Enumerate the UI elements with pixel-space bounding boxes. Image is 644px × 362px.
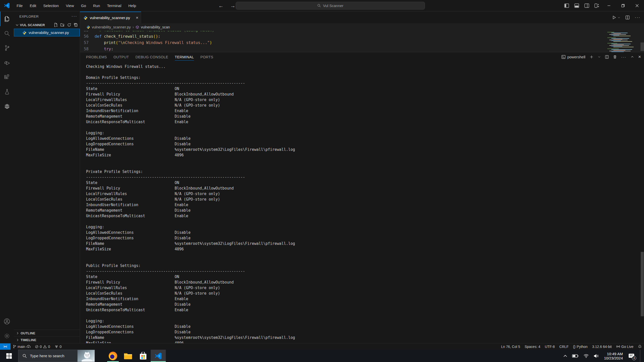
run-debug-icon[interactable] — [0, 55, 14, 70]
eol-status[interactable]: CRLF — [557, 343, 571, 350]
layers-extension-icon[interactable] — [0, 99, 14, 114]
volume-icon[interactable] — [594, 354, 599, 358]
encoding-status[interactable]: UTF-8 — [543, 343, 557, 350]
kill-terminal-icon[interactable] — [613, 55, 617, 59]
forward-icon[interactable]: → — [230, 3, 235, 9]
remote-indicator[interactable]: >< — [0, 343, 11, 350]
workspace-section-header[interactable]: VUL SCANNER — [14, 21, 80, 29]
language-mode[interactable]: {}Python — [571, 343, 590, 350]
broadcast-icon — [616, 345, 620, 348]
timeline-section[interactable]: TIMELINE — [14, 336, 80, 343]
vscode-taskbar-icon — [154, 352, 162, 360]
menu-file[interactable]: File — [14, 2, 26, 9]
notifications-bell-icon[interactable] — [636, 343, 644, 350]
maximize-panel-icon[interactable] — [631, 55, 634, 59]
code-editor[interactable]: 55 # function to check firewall status (… — [80, 31, 644, 52]
menu-run[interactable]: Run — [90, 2, 103, 9]
tab-terminal[interactable]: TERMINAL — [175, 53, 194, 61]
new-folder-icon[interactable] — [60, 23, 65, 27]
back-icon[interactable]: ← — [218, 3, 224, 9]
split-editor-icon[interactable] — [625, 15, 630, 20]
menu-terminal[interactable]: Terminal — [104, 2, 125, 9]
problems-status[interactable]: 0 0 — [33, 343, 52, 350]
taskbar-firefox[interactable] — [105, 350, 120, 362]
git-branch-status[interactable]: main — [11, 343, 33, 350]
collapse-folders-icon[interactable] — [74, 23, 78, 27]
terminal-shell-selector[interactable]: powershell — [561, 55, 585, 59]
settings-gear-icon[interactable] — [0, 329, 14, 343]
testing-icon[interactable] — [0, 84, 14, 99]
python-file-icon — [22, 31, 26, 35]
close-panel-icon[interactable]: × — [638, 54, 641, 60]
tab-vulnerability-scanner[interactable]: vulnerability_scanner.py × — [80, 12, 141, 23]
new-file-icon[interactable] — [54, 23, 58, 27]
activity-bar — [0, 12, 14, 343]
window-controls — [561, 0, 644, 11]
search-sidebar-icon[interactable] — [0, 26, 14, 41]
taskbar-search-box[interactable]: Type here to search — [18, 350, 95, 362]
python-file-icon — [87, 25, 90, 29]
tab-problems[interactable]: PROBLEMS — [86, 53, 107, 61]
run-python-button[interactable] — [612, 15, 620, 20]
start-button[interactable] — [0, 350, 18, 362]
explorer-more-actions-icon[interactable]: ··· — [71, 14, 77, 19]
file-item-vulnerability-scanner[interactable]: vulnerability_scanner.py — [14, 29, 80, 36]
new-terminal-icon[interactable] — [590, 55, 593, 59]
clock[interactable]: 10:49 AM 10/23/2024 — [604, 352, 623, 360]
breadcrumb-file[interactable]: vulnerability_scanner.py — [92, 25, 131, 29]
editor-more-actions-icon[interactable]: ··· — [635, 15, 640, 20]
command-center-search[interactable]: Vul Scanner — [236, 2, 425, 10]
tab-debug-console[interactable]: DEBUG CONSOLE — [135, 53, 168, 61]
customize-layout-icon[interactable] — [592, 0, 602, 11]
battery-icon[interactable] — [572, 354, 579, 358]
explorer-title: EXPLORER — [19, 15, 39, 18]
outline-section[interactable]: OUTLINE — [14, 330, 80, 336]
explorer-icon[interactable] — [0, 12, 14, 26]
source-control-icon[interactable] — [0, 41, 14, 55]
close-tab-icon[interactable]: × — [136, 15, 138, 20]
history-nav: ← → — [218, 0, 235, 11]
radio-tower-icon — [55, 345, 58, 348]
titlebar: File Edit Selection View Go Run Terminal… — [0, 0, 644, 11]
terminal-output[interactable]: Checking Windows Firewall status... Doma… — [80, 61, 644, 343]
cursor-position[interactable]: Ln 76, Col 5 — [499, 343, 522, 350]
run-dropdown-icon[interactable] — [618, 16, 620, 19]
forwarded-ports-status[interactable]: 0 — [52, 343, 64, 350]
restore-button[interactable] — [616, 0, 630, 11]
tab-output[interactable]: OUTPUT — [113, 53, 129, 61]
menu-selection[interactable]: Selection — [40, 2, 62, 9]
split-terminal-icon[interactable] — [605, 55, 609, 59]
menu-go[interactable]: Go — [78, 2, 89, 9]
python-interpreter[interactable]: 3.12.6 64-bit — [590, 343, 614, 350]
terminal-scrollbar[interactable] — [641, 252, 644, 316]
menu-help[interactable]: Help — [125, 2, 139, 9]
panel-more-actions-icon[interactable]: ··· — [621, 55, 626, 59]
indentation-status[interactable]: Spaces: 4 — [522, 343, 542, 350]
taskbar-vscode[interactable] — [151, 350, 166, 362]
taskbar-file-explorer[interactable] — [120, 350, 136, 362]
search-highlight-image[interactable] — [77, 350, 95, 362]
toggle-sidebar-icon[interactable] — [561, 0, 572, 11]
extensions-icon[interactable] — [0, 70, 14, 84]
accounts-icon[interactable] — [0, 314, 14, 329]
status-bar: >< main 0 0 0 Ln 76, Col 5 Spaces: 4 UTF… — [0, 343, 644, 350]
windows-taskbar: Type here to search 10:49 AM 10/23 — [0, 350, 644, 362]
wifi-icon[interactable] — [583, 354, 589, 358]
go-live-button[interactable]: Go Live — [614, 343, 636, 350]
minimap[interactable] — [607, 32, 640, 52]
editor-scrollbar[interactable] — [640, 42, 644, 51]
tab-ports[interactable]: PORTS — [200, 53, 213, 61]
breadcrumb-symbol[interactable]: vulnerability_scan — [141, 25, 170, 29]
hidden-icons-chevron[interactable] — [563, 354, 567, 357]
minimize-button[interactable] — [602, 0, 616, 11]
refresh-icon[interactable] — [67, 23, 71, 27]
show-desktop-button[interactable] — [640, 350, 641, 362]
taskbar-microsoft-store[interactable] — [136, 350, 151, 362]
menu-view[interactable]: View — [63, 2, 77, 9]
toggle-panel-icon[interactable] — [572, 0, 582, 11]
launch-profile-dropdown-icon[interactable] — [598, 55, 601, 58]
close-window-button[interactable] — [630, 0, 644, 11]
action-center-button[interactable]: 4 — [628, 352, 635, 360]
toggle-secondary-sidebar-icon[interactable] — [582, 0, 592, 11]
menu-edit[interactable]: Edit — [27, 2, 39, 9]
